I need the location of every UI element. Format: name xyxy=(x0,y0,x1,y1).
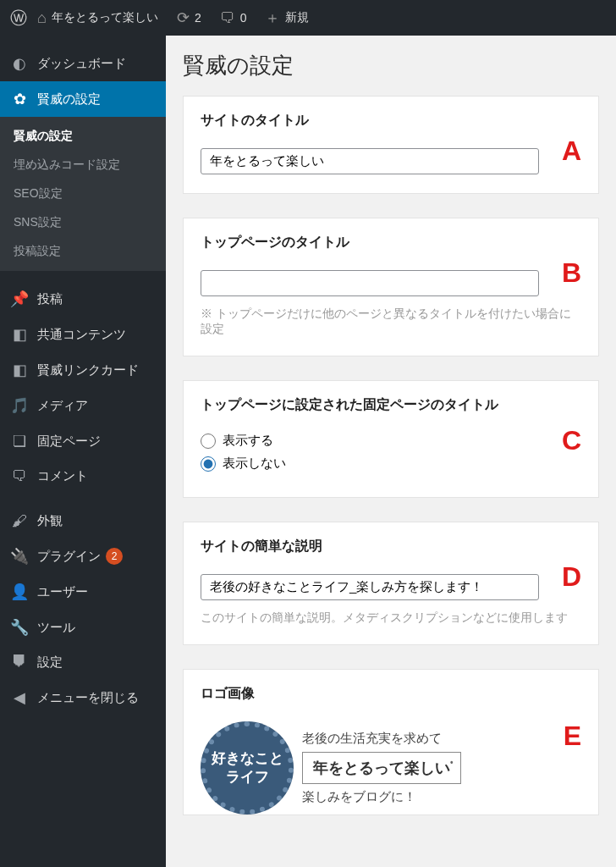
submenu-item-embed[interactable]: 埋め込みコード設定 xyxy=(0,151,166,179)
site-desc-input[interactable] xyxy=(201,574,539,600)
panel-label: トップページに設定された固定ページのタイトル xyxy=(201,396,581,414)
comment-icon: 🗨 xyxy=(10,467,29,485)
panel-site-title: サイトのタイトル A xyxy=(183,96,599,194)
sidebar-item-media[interactable]: 🎵 メディア xyxy=(0,388,166,423)
sidebar-label: 賢威の設定 xyxy=(37,91,101,108)
sidebar-label: コメント xyxy=(37,468,88,484)
radio-show-label: 表示する xyxy=(223,433,273,449)
plugin-update-badge: 2 xyxy=(106,548,123,565)
panel-site-desc: サイトの簡単な説明 このサイトの簡単な説明。メタディスクリプションなどに使用しま… xyxy=(183,522,599,645)
update-icon: ⟳ xyxy=(177,8,190,27)
sidebar-item-pages[interactable]: ❏ 固定ページ xyxy=(0,423,166,459)
user-icon: 👤 xyxy=(10,583,29,601)
annotation-marker-d: D xyxy=(562,561,581,593)
logo-circle: 好きなこと ライフ xyxy=(201,721,294,815)
logo-line1: 老後の生活充実を求めて xyxy=(302,731,461,747)
sidebar-item-common-contents[interactable]: ◧ 共通コンテンツ xyxy=(0,317,166,352)
media-icon: 🎵 xyxy=(10,396,29,415)
sidebar-item-settings[interactable]: ⛊ 設定 xyxy=(0,645,166,680)
radio-show-input[interactable] xyxy=(201,434,216,449)
sidebar-item-keni-settings[interactable]: ✿ 賢威の設定 xyxy=(0,81,166,117)
annotation-marker-b: B xyxy=(562,257,581,289)
adminbar-updates[interactable]: ⟳ 2 xyxy=(177,8,201,27)
logo-text-block: 老後の生活充実を求めて 年をとるって楽しい 楽しみをブログに！ xyxy=(302,731,461,805)
annotation-marker-e: E xyxy=(564,721,581,752)
annotation-marker-c: C xyxy=(562,425,581,456)
radio-hide-input[interactable] xyxy=(201,456,216,472)
sidebar-label: 賢威リンクカード xyxy=(37,362,139,378)
admin-bar: ⓦ ⌂ 年をとるって楽しい ⟳ 2 🗨 0 ＋ 新規 xyxy=(0,0,616,36)
plus-icon: ＋ xyxy=(265,8,280,28)
collapse-icon: ◀ xyxy=(10,688,29,707)
logo-line2: 年をとるって楽しい xyxy=(302,752,461,784)
adminbar-site-link[interactable]: ⌂ 年をとるって楽しい xyxy=(37,9,158,27)
panel-label: サイトの簡単な説明 xyxy=(201,538,581,555)
sidebar-label: プラグイン xyxy=(37,549,101,565)
adminbar-updates-count: 2 xyxy=(195,11,201,25)
adminbar-new[interactable]: ＋ 新規 xyxy=(265,8,309,28)
brush-icon: 🖌 xyxy=(10,512,29,530)
admin-sidebar: ◐ ダッシュボード ✿ 賢威の設定 賢威の設定 埋め込みコード設定 SEO設定 … xyxy=(0,36,166,867)
submenu-item-keni[interactable]: 賢威の設定 xyxy=(0,122,166,151)
sidebar-label: 投稿 xyxy=(37,291,63,307)
sliders-icon: ⛊ xyxy=(10,654,29,671)
radio-show[interactable]: 表示する xyxy=(201,433,581,449)
top-title-input[interactable] xyxy=(201,270,539,296)
sidebar-item-keni-linkcard[interactable]: ◧ 賢威リンクカード xyxy=(0,352,166,388)
sidebar-item-users[interactable]: 👤 ユーザー xyxy=(0,574,166,610)
panel-top-fixed: トップページに設定された固定ページのタイトル 表示する 表示しない C xyxy=(183,380,599,498)
sidebar-item-posts[interactable]: 📌 投稿 xyxy=(0,281,166,317)
sidebar-label: ツール xyxy=(37,620,75,636)
site-title-input[interactable] xyxy=(201,148,539,174)
sidebar-label: 固定ページ xyxy=(37,434,101,450)
radio-hide[interactable]: 表示しない xyxy=(201,456,581,472)
wrench-icon: 🔧 xyxy=(10,618,29,637)
logo-line3: 楽しみをブログに！ xyxy=(302,789,461,805)
sidebar-label: 設定 xyxy=(37,654,63,671)
main-content: 賢威の設定 サイトのタイトル A トップページのタイトル ※ トップページだけに… xyxy=(166,36,616,867)
logo-preview: 好きなこと ライフ 老後の生活充実を求めて 年をとるって楽しい 楽しみをブログに… xyxy=(201,721,581,815)
sidebar-item-comments[interactable]: 🗨 コメント xyxy=(0,459,166,494)
sidebar-item-tools[interactable]: 🔧 ツール xyxy=(0,610,166,645)
sidebar-label: メディア xyxy=(37,398,88,414)
submenu-item-sns[interactable]: SNS設定 xyxy=(0,208,166,237)
gear-icon: ✿ xyxy=(10,90,29,108)
submenu-item-seo[interactable]: SEO設定 xyxy=(0,179,166,208)
submenu-item-post[interactable]: 投稿設定 xyxy=(0,237,166,266)
adminbar-site-title: 年をとるって楽しい xyxy=(52,10,158,25)
adminbar-comments-count: 0 xyxy=(240,11,247,25)
pin-icon: 📌 xyxy=(10,290,29,308)
panel-label: トップページのタイトル xyxy=(201,234,581,251)
sidebar-label: 共通コンテンツ xyxy=(37,327,126,343)
home-icon: ⌂ xyxy=(37,9,47,27)
sidebar-label: メニューを閉じる xyxy=(37,690,139,706)
site-desc-help: このサイトの簡単な説明。メタディスクリプションなどに使用します xyxy=(201,610,581,626)
sidebar-item-dashboard[interactable]: ◐ ダッシュボード xyxy=(0,46,166,81)
panel-logo: ロゴ画像 好きなこと ライフ 老後の生活充実を求めて 年をとるって楽しい 楽しみ… xyxy=(183,669,599,815)
adminbar-comments[interactable]: 🗨 0 xyxy=(220,9,247,27)
panel-label: サイトのタイトル xyxy=(201,112,581,130)
sidebar-submenu: 賢威の設定 埋め込みコード設定 SEO設定 SNS設定 投稿設定 xyxy=(0,117,166,271)
page-icon: ❏ xyxy=(10,432,29,450)
radio-hide-label: 表示しない xyxy=(223,456,286,472)
sidebar-item-collapse[interactable]: ◀ メニューを閉じる xyxy=(0,680,166,715)
annotation-marker-a: A xyxy=(562,135,581,167)
adminbar-new-label: 新規 xyxy=(285,10,309,25)
dashboard-icon: ◐ xyxy=(10,54,29,73)
sidebar-label: ダッシュボード xyxy=(37,56,126,72)
page-title: 賢威の設定 xyxy=(183,51,599,80)
sidebar-item-plugins[interactable]: 🔌 プラグイン 2 xyxy=(0,538,166,574)
link-icon: ◧ xyxy=(10,361,29,379)
wordpress-logo-icon[interactable]: ⓦ xyxy=(10,7,27,30)
sidebar-item-appearance[interactable]: 🖌 外観 xyxy=(0,504,166,538)
panel-label: ロゴ画像 xyxy=(201,685,581,703)
panel-top-title: トップページのタイトル ※ トップページだけに他のページと異なるタイトルを付けた… xyxy=(183,218,599,356)
code-icon: ◧ xyxy=(10,325,29,344)
sidebar-label: ユーザー xyxy=(37,584,88,600)
plugin-icon: 🔌 xyxy=(10,547,29,566)
comment-icon: 🗨 xyxy=(220,9,235,27)
sidebar-label: 外観 xyxy=(37,513,63,529)
top-title-help: ※ トップページだけに他のページと異なるタイトルを付けたい場合に設定 xyxy=(201,306,581,337)
